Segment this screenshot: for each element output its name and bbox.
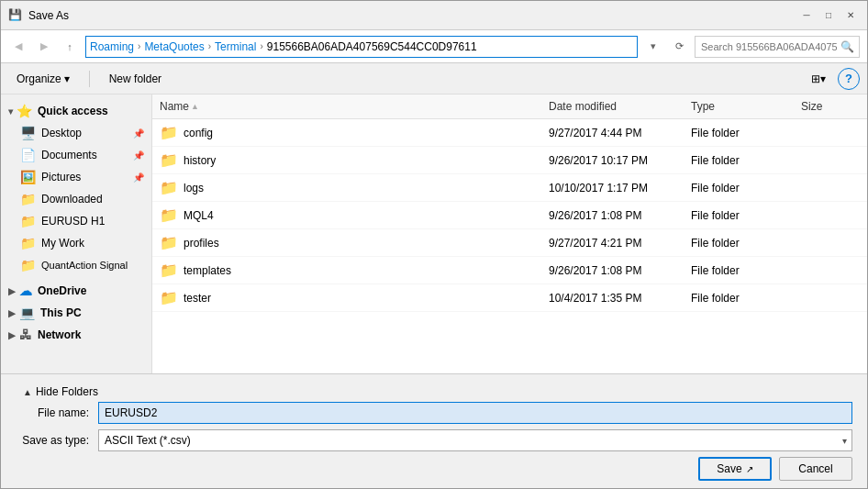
- sidebar-pictures-label: Pictures: [41, 171, 131, 183]
- file-type: File folder: [684, 125, 794, 141]
- cancel-button[interactable]: Cancel: [779, 457, 852, 481]
- quantaction-icon: 📁: [19, 258, 36, 272]
- file-date: 9/27/2017 4:21 PM: [541, 235, 684, 251]
- thispc-arrow: ▶: [8, 308, 16, 318]
- file-type: File folder: [684, 235, 794, 251]
- hide-folders-row[interactable]: ▲ Hide Folders: [16, 382, 852, 402]
- cancel-label: Cancel: [798, 462, 832, 475]
- file-date: 10/4/2017 1:35 PM: [541, 290, 684, 306]
- documents-icon: 📄: [19, 148, 36, 162]
- new-folder-label: New folder: [109, 72, 161, 85]
- save-button[interactable]: Save ↗: [698, 457, 772, 481]
- onedrive-arrow: ▶: [8, 286, 16, 296]
- bc-metaquotes[interactable]: MetaQuotes: [144, 40, 204, 53]
- minimize-button[interactable]: ─: [797, 6, 816, 25]
- col-header-date[interactable]: Date modified: [541, 98, 684, 115]
- file-name: config: [184, 127, 213, 139]
- file-rows-container: 📁 config 9/27/2017 4:44 PM File folder 📁…: [152, 119, 867, 312]
- file-list-header: Name ▲ Date modified Type Size: [152, 94, 867, 119]
- col-header-size[interactable]: Size: [794, 98, 867, 115]
- file-size: [794, 131, 867, 135]
- sidebar: ▾ ⭐ Quick access 🖥️ Desktop 📌 📄 Document…: [1, 94, 152, 373]
- file-type: File folder: [684, 262, 794, 279]
- sidebar-item-documents[interactable]: 📄 Documents 📌: [1, 144, 151, 166]
- filename-input[interactable]: [98, 402, 852, 424]
- file-type: File folder: [684, 152, 794, 169]
- table-row[interactable]: 📁 templates 9/26/2017 1:08 PM File folde…: [152, 257, 867, 284]
- view-button[interactable]: ⊞ ▾: [807, 69, 830, 89]
- network-label: Network: [38, 328, 81, 341]
- back-button[interactable]: ◀: [8, 37, 28, 57]
- filename-row: File name:: [16, 402, 852, 424]
- refresh-icon: ⟳: [675, 40, 684, 52]
- sidebar-item-pictures[interactable]: 🖼️ Pictures 📌: [1, 166, 151, 188]
- col-header-name[interactable]: Name ▲: [152, 98, 541, 115]
- sidebar-item-downloaded[interactable]: 📁 Downloaded: [1, 188, 151, 210]
- table-row[interactable]: 📁 MQL4 9/26/2017 1:08 PM File folder: [152, 202, 867, 229]
- file-size: [794, 186, 867, 190]
- folder-icon: 📁: [160, 124, 178, 141]
- dialog-icon: 💾: [8, 8, 23, 23]
- sidebar-item-quantaction[interactable]: 📁 QuantAction Signal: [1, 254, 151, 276]
- close-button[interactable]: ✕: [841, 6, 860, 25]
- file-date: 9/26/2017 10:17 PM: [541, 152, 684, 169]
- file-name: logs: [184, 182, 204, 194]
- folder-icon: 📁: [160, 261, 178, 279]
- table-row[interactable]: 📁 profiles 9/27/2017 4:21 PM File folder: [152, 229, 867, 257]
- table-row[interactable]: 📁 history 9/26/2017 10:17 PM File folder: [152, 147, 867, 174]
- sidebar-item-eurusd[interactable]: 📁 EURUSD H1: [1, 210, 151, 232]
- saveas-select[interactable]: ASCII Text (*.csv): [98, 429, 852, 451]
- file-name: tester: [184, 292, 211, 305]
- address-bar: ◀ ▶ ↑ Roaming › MetaQuotes › Terminal › …: [1, 30, 867, 63]
- up-button[interactable]: ↑: [60, 37, 80, 57]
- mywork-icon: 📁: [19, 236, 36, 250]
- file-date: 10/10/2017 1:17 PM: [541, 180, 684, 196]
- title-bar-controls: ─ □ ✕: [797, 6, 860, 25]
- up-icon: ↑: [67, 41, 72, 52]
- sidebar-item-desktop[interactable]: 🖥️ Desktop 📌: [1, 122, 151, 144]
- table-row[interactable]: 📁 logs 10/10/2017 1:17 PM File folder: [152, 174, 867, 202]
- hide-folders-arrow: ▲: [23, 387, 32, 397]
- desktop-icon: 🖥️: [19, 126, 36, 140]
- dialog-title: Save As: [28, 9, 69, 22]
- file-date: 9/26/2017 1:08 PM: [541, 207, 684, 224]
- folder-icon: 📁: [160, 289, 178, 306]
- back-icon: ◀: [15, 40, 22, 52]
- downloaded-icon: 📁: [19, 192, 36, 206]
- network-header[interactable]: ▶ 🖧 Network: [1, 324, 151, 346]
- bc-terminal[interactable]: Terminal: [215, 40, 256, 53]
- table-row[interactable]: 📁 config 9/27/2017 4:44 PM File folder: [152, 119, 867, 147]
- file-list: Name ▲ Date modified Type Size 📁 config: [152, 94, 867, 373]
- maximize-button[interactable]: □: [819, 6, 838, 25]
- refresh-button[interactable]: ⟳: [669, 37, 689, 57]
- file-name: history: [184, 154, 216, 167]
- pictures-icon: 🖼️: [19, 170, 36, 184]
- sidebar-item-mywork[interactable]: 📁 My Work: [1, 232, 151, 254]
- title-bar: 💾 Save As ─ □ ✕: [1, 1, 867, 30]
- bc-sep-1: ›: [138, 41, 140, 51]
- bc-roaming[interactable]: Roaming: [90, 40, 134, 53]
- file-type: File folder: [684, 290, 794, 306]
- saveas-select-wrap: ASCII Text (*.csv) ▾: [98, 429, 852, 451]
- search-input[interactable]: [695, 36, 860, 58]
- col-header-type[interactable]: Type: [684, 98, 794, 115]
- folder-icon: 📁: [160, 206, 178, 224]
- filename-label: File name:: [16, 406, 98, 419]
- help-button[interactable]: ?: [838, 68, 860, 90]
- hide-folders-label: Hide Folders: [36, 385, 98, 398]
- file-size: [794, 241, 867, 245]
- onedrive-header[interactable]: ▶ ☁ OneDrive: [1, 280, 151, 302]
- search-wrap: 🔍: [695, 36, 860, 58]
- file-date: 9/27/2017 4:44 PM: [541, 125, 684, 141]
- new-folder-button[interactable]: New folder: [101, 69, 170, 89]
- quick-access-header[interactable]: ▾ ⭐ Quick access: [1, 100, 151, 122]
- table-row[interactable]: 📁 tester 10/4/2017 1:35 PM File folder: [152, 284, 867, 312]
- saveas-row: Save as type: ASCII Text (*.csv) ▾: [16, 429, 852, 451]
- save-label: Save: [717, 462, 741, 475]
- organize-button[interactable]: Organize ▾: [8, 69, 78, 89]
- quick-access-label: Quick access: [38, 105, 108, 117]
- thispc-header[interactable]: ▶ 💻 This PC: [1, 302, 151, 324]
- forward-button[interactable]: ▶: [34, 37, 54, 57]
- breadcrumb-chevron[interactable]: ▾: [643, 37, 663, 57]
- breadcrumb[interactable]: Roaming › MetaQuotes › Terminal › 915566…: [85, 36, 638, 58]
